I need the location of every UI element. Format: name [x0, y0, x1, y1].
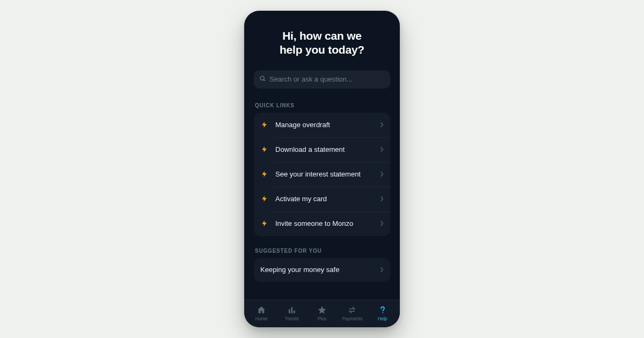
svg-point-5 — [382, 312, 383, 313]
quick-link-label: Download a statement — [275, 145, 374, 153]
svg-rect-2 — [289, 309, 290, 313]
star-icon — [317, 305, 327, 315]
question-icon — [378, 305, 387, 315]
chevron-right-icon — [380, 194, 384, 204]
tab-payments[interactable]: Payments — [337, 305, 367, 321]
home-icon — [257, 305, 266, 315]
title-line-2: help you today? — [280, 43, 364, 56]
quick-link-label: Activate my card — [275, 195, 374, 203]
quick-link-interest-statement[interactable]: See your interest statement — [254, 162, 390, 187]
search-field[interactable] — [254, 70, 390, 89]
svg-rect-4 — [294, 310, 295, 313]
page-title: Hi, how can we help you today? — [254, 29, 390, 57]
tab-home[interactable]: Home — [246, 305, 276, 321]
title-line-1: Hi, how can we — [282, 30, 362, 42]
tab-label: Trends — [285, 316, 299, 321]
chevron-right-icon — [380, 219, 384, 229]
chevron-right-icon — [380, 265, 384, 275]
quick-link-label: Manage overdraft — [275, 121, 374, 129]
svg-line-1 — [264, 79, 265, 81]
quick-links-heading: QUICK LINKS — [254, 102, 390, 108]
arrows-icon — [347, 305, 357, 315]
bolt-icon — [259, 170, 269, 179]
tab-bar: Home Trends Plus Payments Help — [244, 299, 400, 327]
tab-label: Payments — [342, 316, 363, 321]
bolt-icon — [259, 145, 269, 154]
tab-label: Home — [255, 316, 268, 321]
search-icon — [259, 75, 266, 84]
bolt-icon — [259, 219, 269, 228]
quick-links-card: Manage overdraft Download a statement Se — [254, 113, 390, 236]
quick-link-label: See your interest statement — [275, 170, 374, 178]
quick-link-label: Invite someone to Monzo — [275, 219, 374, 227]
quick-link-invite[interactable]: Invite someone to Monzo — [254, 211, 390, 236]
suggested-card: Keeping your money safe — [254, 258, 390, 282]
tab-label: Plus — [318, 316, 327, 321]
chevron-right-icon — [380, 145, 384, 155]
chevron-right-icon — [380, 170, 384, 179]
suggested-item-label: Keeping your money safe — [260, 266, 374, 274]
quick-link-download-statement[interactable]: Download a statement — [254, 137, 390, 162]
bolt-icon — [259, 194, 269, 203]
suggested-item-money-safe[interactable]: Keeping your money safe — [254, 258, 390, 282]
chevron-right-icon — [380, 120, 384, 130]
phone-frame: Hi, how can we help you today? QUICK LIN… — [244, 11, 400, 327]
tab-plus[interactable]: Plus — [307, 305, 337, 321]
quick-link-manage-overdraft[interactable]: Manage overdraft — [254, 113, 390, 137]
svg-point-0 — [260, 76, 264, 80]
bolt-icon — [259, 120, 269, 129]
tab-trends[interactable]: Trends — [276, 305, 306, 321]
svg-rect-3 — [291, 307, 292, 313]
search-input[interactable] — [269, 75, 385, 83]
bars-icon — [287, 305, 297, 315]
tab-help[interactable]: Help — [368, 305, 398, 321]
help-screen: Hi, how can we help you today? QUICK LIN… — [244, 11, 400, 299]
quick-link-activate-card[interactable]: Activate my card — [254, 187, 390, 211]
suggested-heading: SUGGESTED FOR YOU — [254, 248, 390, 254]
tab-label: Help — [378, 316, 387, 321]
